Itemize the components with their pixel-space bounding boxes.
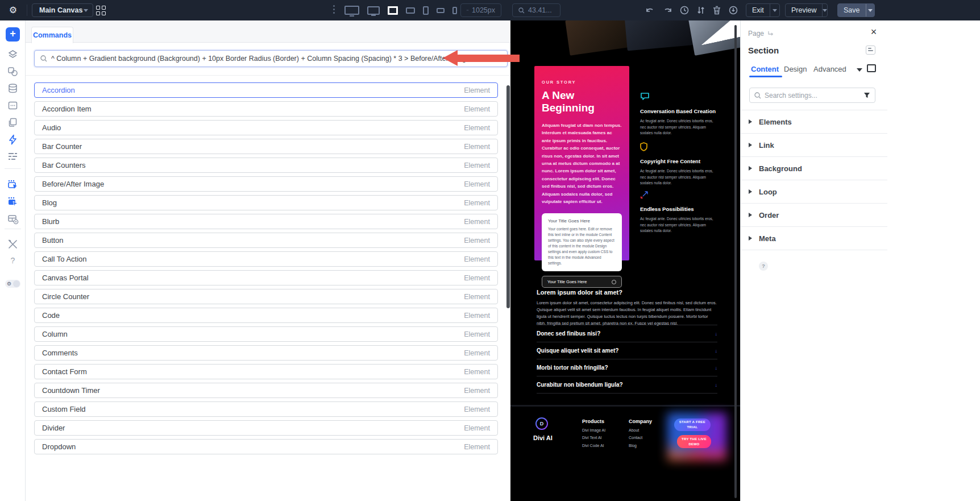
- tab-commands[interactable]: Commands: [31, 27, 73, 43]
- faq-question-4[interactable]: Curabitur non bibendum ligula? ↓: [537, 376, 717, 393]
- list-item-bar-counter[interactable]: Bar CounterElement: [34, 139, 498, 154]
- accordion-toggle-closed[interactable]: Your Title Goes Here: [542, 276, 622, 288]
- list-item-blog[interactable]: BlogElement: [34, 195, 498, 210]
- shapes-icon[interactable]: [7, 66, 18, 77]
- list-item-countdown-timer[interactable]: Countdown TimerElement: [34, 383, 498, 398]
- zoom-field[interactable]: 43.41...: [512, 3, 560, 17]
- commands-list-scrollbar[interactable]: [506, 85, 510, 308]
- layers-icon[interactable]: [7, 49, 18, 60]
- command-search-input[interactable]: ^ Column + Gradient background (Backgrou…: [34, 50, 508, 67]
- list-item-contact-form[interactable]: Contact FormElement: [34, 364, 498, 379]
- panel-help-icon[interactable]: ?: [759, 262, 768, 271]
- trash-icon[interactable]: [713, 6, 721, 15]
- builder-mode-toggle[interactable]: ⚙: [5, 280, 20, 288]
- footer-link[interactable]: Divi Text AI: [582, 436, 605, 440]
- builder-settings-gear-icon[interactable]: ⚙: [8, 5, 18, 15]
- database-icon[interactable]: [7, 83, 18, 94]
- device-tablet-portrait-icon[interactable]: [423, 6, 429, 15]
- insert-cursor-filled-icon[interactable]: [7, 196, 18, 207]
- faq-question-3[interactable]: Morbi tortor nibh fringilla? ↓: [537, 359, 717, 376]
- grid-database-icon[interactable]: [7, 214, 18, 225]
- story-gradient-card[interactable]: OUR STORY A New Beginning Aliquam feugia…: [534, 66, 629, 260]
- start-free-trial-button[interactable]: START A FREE TRIAL: [674, 419, 711, 431]
- list-item-accordion[interactable]: AccordionElement: [34, 82, 498, 98]
- tab-advanced[interactable]: Advanced: [813, 65, 846, 73]
- list-item-accordion-item[interactable]: Accordion ItemElement: [34, 101, 498, 117]
- footer-link[interactable]: About: [629, 428, 652, 432]
- list-item-bar-counters[interactable]: Bar CountersElement: [34, 158, 498, 173]
- footer-link[interactable]: Divi Image AI: [582, 428, 605, 432]
- device-phone-portrait-icon[interactable]: [452, 7, 457, 14]
- save-dropdown[interactable]: [866, 4, 875, 16]
- list-item-custom-field[interactable]: Custom FieldElement: [34, 401, 498, 417]
- settings-search-input[interactable]: Search settings...: [749, 88, 875, 103]
- feature-copyright[interactable]: Copyright Free Content Ac feugiat ante. …: [640, 142, 720, 187]
- try-live-demo-button[interactable]: TRY THE LIVE DEMO: [677, 435, 711, 448]
- list-item-dropdown[interactable]: DropdownElement: [34, 439, 498, 454]
- tab-design[interactable]: Design: [784, 65, 807, 73]
- exit-dropdown[interactable]: [770, 4, 779, 16]
- section-elements[interactable]: Elements: [741, 110, 887, 133]
- faq-question-1[interactable]: Donec sed finibus nisi? ↓: [537, 325, 717, 342]
- undo-icon[interactable]: [646, 6, 655, 14]
- divi-logo[interactable]: D: [535, 417, 548, 430]
- faq-question-2[interactable]: Quisque aliquet velit sit amet? ↓: [537, 342, 717, 359]
- device-desktop-wide-icon[interactable]: [344, 6, 359, 15]
- list-item-before-after-image[interactable]: Before/After ImageElement: [34, 176, 498, 192]
- list-item-circle-counter[interactable]: Circle CounterElement: [34, 289, 498, 304]
- filter-funnel-icon[interactable]: [863, 92, 870, 98]
- kebab-menu-icon[interactable]: [333, 5, 335, 14]
- portability-icon[interactable]: [729, 6, 738, 15]
- layout-grid-icon[interactable]: [96, 6, 106, 15]
- list-item-column[interactable]: ColumnElement: [34, 326, 498, 342]
- feature-conversation[interactable]: Conversation Based Creation Ac feugiat a…: [640, 92, 720, 136]
- list-item-canvas-portal[interactable]: Canvas PortalElement: [34, 270, 498, 285]
- preview-scrollbar[interactable]: [734, 25, 737, 498]
- template-card-icon[interactable]: [7, 100, 18, 111]
- close-icon[interactable]: ×: [868, 26, 879, 38]
- redo-icon[interactable]: [663, 6, 672, 14]
- device-phone-landscape-icon[interactable]: [437, 8, 445, 13]
- help-icon[interactable]: ?: [7, 256, 18, 267]
- device-tablet-landscape-icon[interactable]: [406, 7, 415, 14]
- insert-cursor-icon[interactable]: [7, 179, 18, 190]
- tab-content[interactable]: Content: [751, 65, 779, 73]
- device-laptop-icon-active[interactable]: [388, 6, 398, 15]
- section-background[interactable]: Background: [741, 156, 887, 180]
- exit-button[interactable]: Exit: [746, 3, 780, 17]
- add-module-button[interactable]: +: [6, 27, 20, 42]
- chevron-down-icon[interactable]: [857, 68, 862, 72]
- canvas-selector-dropdown[interactable]: Main Canvas: [32, 3, 93, 17]
- presets-icon[interactable]: [866, 45, 875, 55]
- section-loop[interactable]: Loop: [741, 180, 887, 203]
- breadcrumb-page[interactable]: Page: [748, 30, 774, 38]
- footer-link[interactable]: Divi Code AI: [582, 444, 605, 448]
- section-meta[interactable]: Meta: [741, 226, 887, 250]
- field-list-icon[interactable]: [7, 152, 18, 163]
- sort-arrows-icon[interactable]: [697, 6, 705, 15]
- list-item-audio[interactable]: AudioElement: [34, 120, 498, 135]
- canvas-width-field[interactable]: 1025px: [460, 3, 501, 17]
- list-item-comments[interactable]: CommentsElement: [34, 345, 498, 361]
- list-item-blurb[interactable]: BlurbElement: [34, 214, 498, 229]
- lightning-commands-icon[interactable]: [7, 134, 18, 145]
- footer-link[interactable]: Contact: [629, 436, 652, 440]
- footer-link[interactable]: Blog: [629, 444, 652, 448]
- preview-button[interactable]: Preview: [785, 3, 828, 17]
- history-clock-icon[interactable]: [680, 6, 689, 15]
- section-link[interactable]: Link: [741, 133, 887, 156]
- list-item-code[interactable]: CodeElement: [34, 308, 498, 323]
- tools-icon[interactable]: [7, 239, 18, 250]
- list-item-divider[interactable]: DividerElement: [34, 420, 498, 436]
- list-item-call-to-action[interactable]: Call To ActionElement: [34, 251, 498, 267]
- accordion-toggle-open[interactable]: Your Title Goes Here Your content goes h…: [542, 213, 622, 271]
- list-item-button[interactable]: ButtonElement: [34, 233, 498, 248]
- feature-endless[interactable]: Endless Possibilities Ac feugiat ante. D…: [640, 190, 720, 234]
- section-order[interactable]: Order: [741, 203, 887, 226]
- copy-pages-icon[interactable]: [7, 117, 18, 128]
- page-preview-canvas[interactable]: OUR STORY A New Beginning Aliquam feugia…: [510, 20, 740, 501]
- panel-dock-icon[interactable]: [867, 64, 876, 72]
- save-button[interactable]: Save: [837, 3, 875, 17]
- preview-dropdown[interactable]: [822, 4, 827, 16]
- device-desktop-icon[interactable]: [367, 6, 380, 15]
